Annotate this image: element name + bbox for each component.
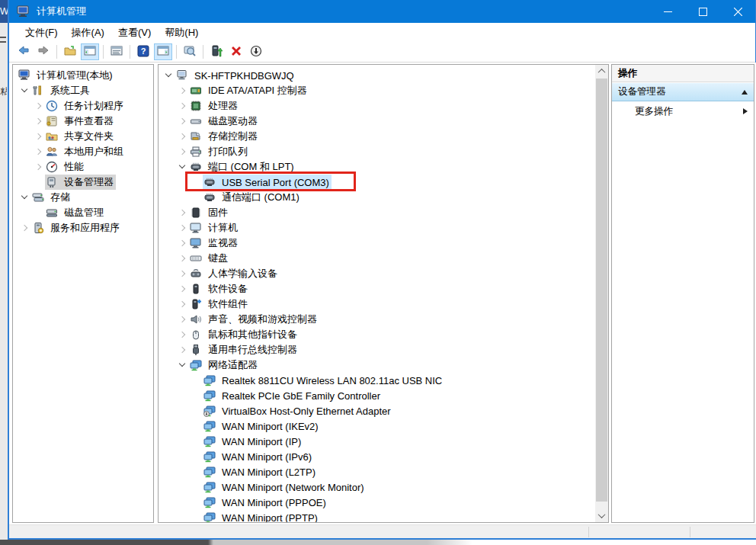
close-button[interactable] <box>720 0 755 23</box>
scroll-down-icon[interactable] <box>595 509 608 522</box>
tree-item[interactable]: Realtek PCIe GbE Family Controller <box>159 388 595 403</box>
tree-item[interactable]: WAN Miniport (IKEv2) <box>159 418 595 434</box>
tree-item-label: 监视器 <box>206 236 240 251</box>
chevron-right-icon[interactable] <box>177 345 187 355</box>
scroll-up-icon[interactable] <box>595 65 608 78</box>
chevron-right-icon[interactable] <box>177 207 187 218</box>
chevron-right-icon[interactable] <box>177 238 187 248</box>
chevron-right-icon[interactable] <box>33 131 43 142</box>
chevron-right-icon[interactable] <box>177 223 187 233</box>
tree-item[interactable]: 声音、视频和游戏控制器 <box>159 312 595 327</box>
tree-item[interactable]: USB Serial Port (COM3) <box>159 175 595 190</box>
help-icon: ? <box>137 45 149 59</box>
tree-item[interactable]: 计算机管理(本地) <box>13 68 153 83</box>
tree-item[interactable]: 性能 <box>13 159 153 175</box>
chevron-right-icon[interactable] <box>177 314 187 325</box>
tree-item[interactable]: WAN Miniport (PPTP) <box>159 510 595 523</box>
scan-hardware-button[interactable] <box>181 43 199 60</box>
tree-item[interactable]: 通信端口 (COM1) <box>159 190 595 205</box>
tree-item[interactable]: 磁盘管理 <box>13 205 153 220</box>
tree-item[interactable]: WAN Miniport (L2TP) <box>159 464 595 479</box>
chevron-down-icon[interactable] <box>177 162 187 172</box>
tree-item[interactable]: 软件设备 <box>159 281 595 297</box>
chevron-right-icon[interactable] <box>177 85 187 96</box>
tree-item[interactable]: VirtualBox Host-Only Ethernet Adapter <box>159 403 595 418</box>
chevron-right-icon[interactable] <box>177 253 187 264</box>
minimize-button[interactable] <box>650 0 685 23</box>
tree-item[interactable]: 软件组件 <box>159 297 595 312</box>
tree-item-label: 人体学输入设备 <box>206 266 280 281</box>
chevron-right-icon[interactable] <box>33 116 43 127</box>
more-actions-item[interactable]: 更多操作 <box>612 101 754 121</box>
console-tree-button[interactable] <box>81 43 99 60</box>
tree-item[interactable]: 系统工具 <box>13 83 153 98</box>
chevron-right-icon[interactable] <box>177 284 187 294</box>
tree-item[interactable]: 本地用户和组 <box>13 144 153 159</box>
tree-item[interactable]: 计算机 <box>159 220 595 236</box>
tree-item[interactable]: SK-HFTPKHDBGWJQ <box>159 68 595 83</box>
chevron-right-icon[interactable] <box>33 101 43 111</box>
chevron-right-icon[interactable] <box>177 116 187 127</box>
toolbar-separator <box>130 45 130 59</box>
chevron-right-icon[interactable] <box>177 131 187 142</box>
chevron-right-icon[interactable] <box>177 101 187 111</box>
actions-header: 操作 <box>612 65 754 82</box>
tree-item[interactable]: 通用串行总线控制器 <box>159 342 595 357</box>
chevron-right-icon[interactable] <box>177 299 187 309</box>
uninstall-button[interactable] <box>227 43 245 60</box>
action-pane-button[interactable] <box>154 43 172 60</box>
help-button[interactable]: ? <box>134 43 152 60</box>
tree-item[interactable]: 服务和应用程序 <box>13 220 153 236</box>
chevron-right-icon[interactable] <box>33 162 43 172</box>
tree-item-label: WAN Miniport (PPTP) <box>219 511 320 524</box>
forward-button[interactable] <box>34 43 53 60</box>
chevron-down-icon[interactable] <box>163 70 174 81</box>
tree-item[interactable]: 固件 <box>159 205 595 220</box>
tree-item[interactable]: WAN Miniport (IPv6) <box>159 449 595 464</box>
tree-item[interactable]: 共享文件夹 <box>13 129 153 144</box>
tree-item[interactable]: 人体学输入设备 <box>159 266 595 281</box>
export-list-button[interactable] <box>61 43 79 60</box>
collapse-icon[interactable] <box>742 90 748 95</box>
chevron-right-icon[interactable] <box>177 268 187 279</box>
chevron-down-icon[interactable] <box>177 360 187 370</box>
tree-item[interactable]: 设备管理器 <box>13 175 153 190</box>
tree-item[interactable]: 处理器 <box>159 98 595 114</box>
chevron-right-icon[interactable] <box>19 223 30 233</box>
tree-item[interactable]: 键盘 <box>159 251 595 266</box>
tree-item[interactable]: 任务计划程序 <box>13 98 153 114</box>
services-apps-icon <box>32 222 44 234</box>
menu-item-0[interactable]: 文件(F) <box>18 24 65 42</box>
chevron-down-icon[interactable] <box>19 192 30 203</box>
tree-item[interactable]: 存储控制器 <box>159 129 595 144</box>
menu-item-2[interactable]: 查看(V) <box>111 24 158 42</box>
tree-item[interactable]: 监视器 <box>159 236 595 251</box>
tree-item[interactable]: !事件查看器 <box>13 114 153 129</box>
back-button[interactable] <box>14 43 33 60</box>
properties-button[interactable] <box>107 43 126 60</box>
actions-group-device-manager[interactable]: 设备管理器 <box>612 82 754 101</box>
maximize-button[interactable] <box>685 0 720 23</box>
chevron-right-icon[interactable] <box>177 146 187 157</box>
tree-item[interactable]: Realtek 8811CU Wireless LAN 802.11ac USB… <box>159 373 595 388</box>
tree-item[interactable]: WAN Miniport (IP) <box>159 434 595 449</box>
menu-item-3[interactable]: 帮助(H) <box>158 24 205 42</box>
tree-item[interactable]: 存储 <box>13 190 153 205</box>
titlebar[interactable]: 计算机管理 <box>9 0 755 23</box>
tree-item[interactable]: 鼠标和其他指针设备 <box>159 327 595 342</box>
tree-item[interactable]: 端口 (COM 和 LPT) <box>159 159 595 175</box>
tree-item[interactable]: 打印队列 <box>159 144 595 159</box>
disable-device-button[interactable] <box>247 43 265 60</box>
chevron-right-icon[interactable] <box>177 329 187 340</box>
tree-item[interactable]: IDE ATA/ATAPI 控制器 <box>159 83 595 98</box>
tree-item[interactable]: WAN Miniport (PPPOE) <box>159 495 595 510</box>
vertical-scrollbar[interactable] <box>595 65 608 522</box>
tree-item[interactable]: 网络适配器 <box>159 357 595 373</box>
chevron-down-icon[interactable] <box>19 85 30 96</box>
scrollbar-thumb[interactable] <box>596 79 607 502</box>
menu-item-1[interactable]: 操作(A) <box>65 24 111 42</box>
tree-item[interactable]: WAN Miniport (Network Monitor) <box>159 479 595 495</box>
chevron-right-icon[interactable] <box>33 146 43 157</box>
tree-item[interactable]: 磁盘驱动器 <box>159 114 595 129</box>
update-driver-button[interactable] <box>207 43 226 60</box>
